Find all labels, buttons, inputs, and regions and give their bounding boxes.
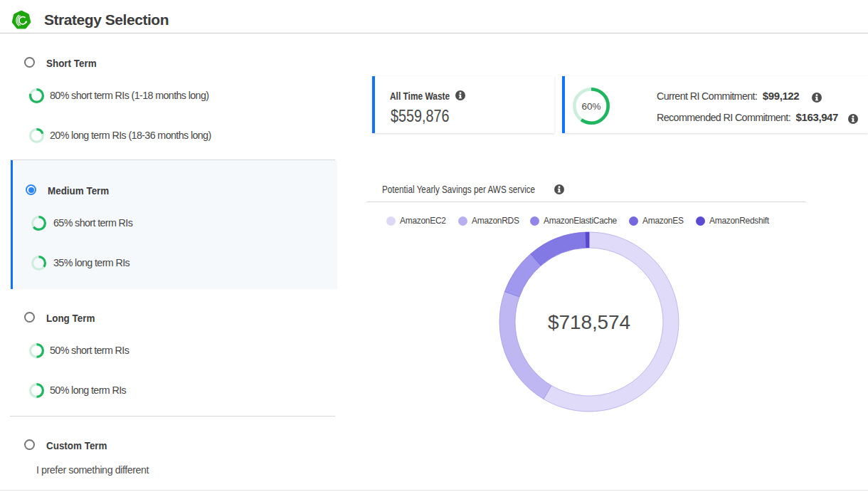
svg-text:60%: 60% [581,101,600,112]
